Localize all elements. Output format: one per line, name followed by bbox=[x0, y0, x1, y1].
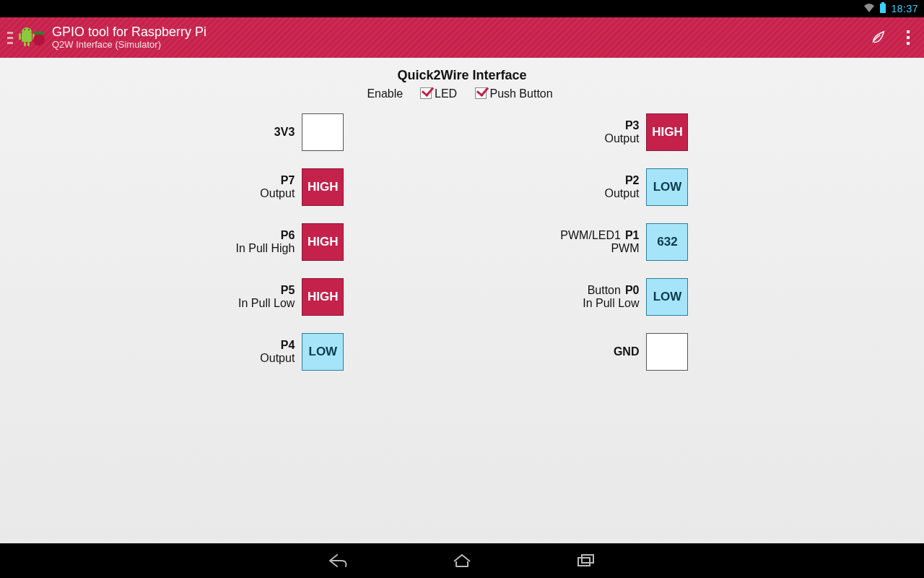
svg-point-8 bbox=[28, 29, 30, 30]
svg-rect-1 bbox=[880, 4, 886, 13]
svg-rect-2 bbox=[22, 32, 32, 42]
pin-state-box[interactable]: LOW bbox=[646, 278, 688, 316]
pin-mode: Output bbox=[260, 352, 295, 365]
pin-row: ButtonP0In Pull LowLOW bbox=[560, 278, 688, 316]
checkbox-icon bbox=[420, 87, 432, 99]
pin-row: P3OutputHIGH bbox=[560, 113, 688, 151]
wifi-icon bbox=[863, 3, 875, 15]
pin-row: GND bbox=[560, 333, 688, 371]
recents-button[interactable] bbox=[575, 549, 598, 572]
pushbutton-checkbox[interactable]: Push Button bbox=[475, 87, 552, 100]
section-title: Quick2Wire Interface bbox=[0, 68, 924, 83]
leaf-icon[interactable] bbox=[871, 30, 885, 45]
pin-labels: P2Output bbox=[604, 174, 639, 201]
pin-name: P0 bbox=[625, 284, 640, 296]
pin-name: 3V3 bbox=[274, 126, 295, 138]
actionbar-subtitle: Q2W Interface (Simulator) bbox=[52, 40, 206, 51]
svg-rect-3 bbox=[19, 33, 21, 40]
pin-state-box[interactable]: HIGH bbox=[302, 223, 344, 261]
svg-point-7 bbox=[24, 29, 25, 30]
pin-row: P7OutputHIGH bbox=[236, 168, 344, 206]
svg-rect-5 bbox=[24, 42, 26, 46]
svg-rect-6 bbox=[27, 42, 30, 46]
pin-row: P2OutputLOW bbox=[560, 168, 688, 206]
pin-labels: P7Output bbox=[260, 174, 295, 201]
right-pin-column: P3OutputHIGHP2OutputLOWPWM/LED1P1PWM632B… bbox=[560, 113, 688, 371]
pin-mode: In Pull High bbox=[236, 242, 295, 255]
pin-labels: P6In Pull High bbox=[236, 229, 295, 256]
content-area: Quick2Wire Interface Enable LED Push But… bbox=[0, 58, 924, 543]
actionbar-title: GPIO tool for Raspberry Pi bbox=[52, 25, 206, 40]
pin-row: P5In Pull LowHIGH bbox=[236, 278, 344, 316]
pin-row: 3V3 bbox=[236, 113, 344, 151]
pin-labels: P4Output bbox=[260, 339, 295, 366]
pin-state-box[interactable]: LOW bbox=[646, 168, 688, 206]
checkbox-icon bbox=[475, 87, 487, 99]
pin-extra-label: Button bbox=[588, 284, 621, 296]
actionbar-titles: GPIO tool for Raspberry Pi Q2W Interface… bbox=[52, 25, 206, 51]
pin-labels: GND bbox=[614, 345, 640, 358]
pin-name: P7 bbox=[281, 174, 295, 186]
enable-row: Enable LED Push Button bbox=[0, 87, 924, 100]
svg-rect-0 bbox=[881, 2, 884, 4]
pin-row: P4OutputLOW bbox=[236, 333, 344, 371]
drawer-indicator-icon[interactable] bbox=[7, 32, 14, 44]
pin-state-box[interactable]: LOW bbox=[302, 333, 344, 371]
pin-mode: PWM bbox=[560, 242, 639, 255]
pin-name: P5 bbox=[281, 284, 295, 296]
pin-mode: In Pull Low bbox=[238, 297, 295, 310]
pin-mode: Output bbox=[260, 187, 295, 200]
svg-rect-10 bbox=[578, 558, 590, 566]
pin-state-box[interactable]: 632 bbox=[646, 223, 688, 261]
overflow-menu-icon[interactable] bbox=[904, 27, 912, 48]
status-bar: 18:37 bbox=[0, 0, 924, 17]
pin-state-box[interactable]: HIGH bbox=[302, 278, 344, 316]
pin-state-box[interactable]: HIGH bbox=[302, 168, 344, 206]
pin-name: P3 bbox=[625, 119, 640, 131]
back-button[interactable] bbox=[326, 549, 349, 572]
enable-label: Enable bbox=[367, 87, 403, 100]
pin-state-box[interactable]: HIGH bbox=[646, 113, 688, 151]
svg-rect-11 bbox=[582, 555, 593, 563]
pin-extra-label: PWM/LED1 bbox=[560, 229, 621, 241]
pin-name: P6 bbox=[281, 229, 295, 241]
pin-labels: 3V3 bbox=[274, 126, 295, 139]
pin-state-box[interactable] bbox=[302, 113, 344, 151]
home-button[interactable] bbox=[450, 549, 474, 572]
pin-mode: In Pull Low bbox=[583, 297, 639, 310]
pin-name: P4 bbox=[281, 339, 295, 351]
status-clock: 18:37 bbox=[891, 3, 918, 14]
pin-row: P6In Pull HighHIGH bbox=[236, 223, 344, 261]
app-icon[interactable] bbox=[19, 25, 45, 51]
system-nav-bar bbox=[0, 543, 924, 578]
pin-mode: Output bbox=[604, 187, 639, 200]
action-bar: GPIO tool for Raspberry Pi Q2W Interface… bbox=[0, 17, 924, 58]
pin-labels: P5In Pull Low bbox=[238, 284, 295, 311]
left-pin-column: 3V3P7OutputHIGHP6In Pull HighHIGHP5In Pu… bbox=[236, 113, 344, 371]
pin-labels: ButtonP0In Pull Low bbox=[583, 284, 639, 311]
pin-name: P2 bbox=[625, 174, 640, 186]
pin-mode: Output bbox=[604, 132, 639, 145]
pin-name: P1 bbox=[625, 229, 640, 241]
battery-icon bbox=[879, 2, 886, 16]
pin-labels: P3Output bbox=[604, 119, 639, 146]
pin-labels: PWM/LED1P1PWM bbox=[560, 229, 639, 256]
pin-row: PWM/LED1P1PWM632 bbox=[560, 223, 688, 261]
pin-name: GND bbox=[614, 345, 640, 358]
pin-state-box[interactable] bbox=[646, 333, 688, 371]
svg-point-9 bbox=[33, 34, 45, 46]
led-checkbox[interactable]: LED bbox=[420, 87, 461, 100]
